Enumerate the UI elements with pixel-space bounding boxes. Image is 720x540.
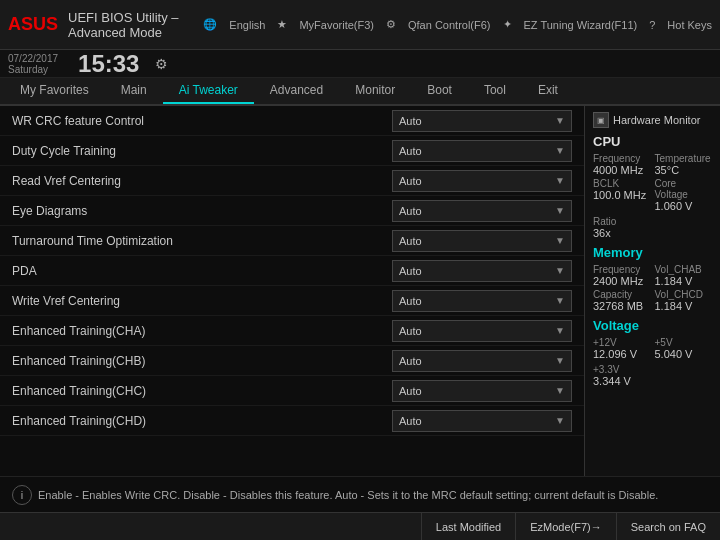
v33-row: +3.3V 3.344 V [593,364,712,387]
enhanced-cha-dropdown[interactable]: Auto▼ [392,320,572,342]
cpu-bclk-label: BCLK [593,178,651,189]
question-icon: ? [649,19,655,31]
tab-monitor[interactable]: Monitor [339,78,411,104]
tab-my-favorites[interactable]: My Favorites [4,78,105,104]
topbar: ASUS UEFI BIOS Utility – Advanced Mode 🌐… [0,0,720,50]
v12-value: 12.096 V [593,348,651,360]
enhanced-cha-label: Enhanced Training(CHA) [12,324,392,338]
my-favorites-label[interactable]: MyFavorite(F3) [299,19,374,31]
memory-section-title: Memory [593,245,712,260]
info-bar: i Enable - Enables Write CRC. Disable - … [0,476,720,512]
mem-vol-chcd-value: 1.184 V [655,300,713,312]
duty-cycle-dropdown[interactable]: Auto▼ [392,140,572,162]
topbar-right: 🌐 English ★ MyFavorite(F3) ⚙ Qfan Contro… [203,18,712,31]
fan-icon: ⚙ [386,18,396,31]
write-vref-label: Write Vref Centering [12,294,392,308]
settings-panel: WR CRC feature Control Auto▼ Duty Cycle … [0,106,585,476]
time-display: 15:33 [78,50,139,78]
read-vref-label: Read Vref Centering [12,174,392,188]
cpu-ratio-value: 36x [593,227,712,239]
hot-keys-label[interactable]: Hot Keys [667,19,712,31]
footer-buttons: Last Modified EzMode(F7)→ Search on FAQ [0,513,720,541]
infobar: 07/22/2017 Saturday 15:33 ⚙ [0,50,720,78]
v33-value: 3.344 V [593,375,712,387]
mem-vol-chab-value: 1.184 V [655,275,713,287]
setting-turnaround: Turnaround Time Optimization Auto▼ [0,226,584,256]
language-label[interactable]: English [229,19,265,31]
setting-enhanced-cha: Enhanced Training(CHA) Auto▼ [0,316,584,346]
wr-crc-dropdown[interactable]: Auto▼ [392,110,572,132]
cpu-core-voltage-value: 1.060 V [655,200,713,212]
cpu-freq-label: Frequency [593,153,651,164]
voltage-section-title: Voltage [593,318,712,333]
search-faq-button[interactable]: Search on FAQ [616,513,720,541]
cpu-ratio-row: Ratio 36x [593,216,712,239]
hardware-monitor-panel: ▣ Hardware Monitor CPU Frequency 4000 MH… [585,106,720,476]
tab-exit[interactable]: Exit [522,78,574,104]
mem-capacity-label: Capacity [593,289,651,300]
turnaround-dropdown[interactable]: Auto▼ [392,230,572,252]
settings-gear-icon[interactable]: ⚙ [155,56,168,72]
setting-read-vref: Read Vref Centering Auto▼ [0,166,584,196]
tab-boot[interactable]: Boot [411,78,468,104]
duty-cycle-label: Duty Cycle Training [12,144,392,158]
enhanced-chb-label: Enhanced Training(CHB) [12,354,392,368]
mem-vol-chcd-label: Vol_CHCD [655,289,713,300]
date-display: 07/22/2017 [8,53,58,64]
cpu-core-voltage-label: Core Voltage [655,178,713,200]
mem-freq-label: Frequency [593,264,651,275]
mem-vol-chab-label: Vol_CHAB [655,264,713,275]
cpu-freq-value: 4000 MHz [593,164,651,176]
favorites-icon: ★ [277,18,287,31]
tab-ai-tweaker[interactable]: Ai Tweaker [163,78,254,104]
wand-icon: ✦ [503,18,512,31]
footer: Last Modified EzMode(F7)→ Search on FAQ [0,512,720,540]
v5-value: 5.040 V [655,348,713,360]
setting-pda: PDA Auto▼ [0,256,584,286]
turnaround-label: Turnaround Time Optimization [12,234,392,248]
v12-label: +12V [593,337,651,348]
nav-tabs: My Favorites Main Ai Tweaker Advanced Mo… [0,78,720,106]
enhanced-chc-label: Enhanced Training(CHC) [12,384,392,398]
qfan-label[interactable]: Qfan Control(F6) [408,19,491,31]
setting-write-vref: Write Vref Centering Auto▼ [0,286,584,316]
read-vref-dropdown[interactable]: Auto▼ [392,170,572,192]
enhanced-chb-dropdown[interactable]: Auto▼ [392,350,572,372]
hw-monitor-title: Hardware Monitor [613,114,700,126]
info-text: Enable - Enables Write CRC. Disable - Di… [38,489,658,501]
v5-label: +5V [655,337,713,348]
tab-advanced[interactable]: Advanced [254,78,339,104]
voltage-grid: +12V 12.096 V +5V 5.040 V [593,337,712,360]
mem-freq-value: 2400 MHz [593,275,651,287]
ez-tuning-label[interactable]: EZ Tuning Wizard(F11) [524,19,638,31]
cpu-grid: Frequency 4000 MHz Temperature 35°C BCLK… [593,153,712,212]
eye-diagrams-dropdown[interactable]: Auto▼ [392,200,572,222]
hw-monitor-header: ▣ Hardware Monitor [593,112,712,128]
tab-main[interactable]: Main [105,78,163,104]
cpu-bclk-value: 100.0 MHz [593,189,651,201]
tab-tool[interactable]: Tool [468,78,522,104]
cpu-temp-value: 35°C [655,164,713,176]
enhanced-chd-dropdown[interactable]: Auto▼ [392,410,572,432]
setting-enhanced-chd: Enhanced Training(CHD) Auto▼ [0,406,584,436]
ez-mode-button[interactable]: EzMode(F7)→ [515,513,616,541]
enhanced-chc-dropdown[interactable]: Auto▼ [392,380,572,402]
pda-label: PDA [12,264,392,278]
day-display: Saturday [8,64,58,75]
setting-wr-crc: WR CRC feature Control Auto▼ [0,106,584,136]
cpu-section-title: CPU [593,134,712,149]
wr-crc-label: WR CRC feature Control [12,114,392,128]
bios-title: UEFI BIOS Utility – Advanced Mode [68,10,203,40]
pda-dropdown[interactable]: Auto▼ [392,260,572,282]
cpu-temp-label: Temperature [655,153,713,164]
setting-enhanced-chb: Enhanced Training(CHB) Auto▼ [0,346,584,376]
globe-icon: 🌐 [203,18,217,31]
setting-eye-diagrams: Eye Diagrams Auto▼ [0,196,584,226]
info-icon: i [12,485,32,505]
v33-label: +3.3V [593,364,712,375]
memory-grid: Frequency 2400 MHz Vol_CHAB 1.184 V Capa… [593,264,712,312]
eye-diagrams-label: Eye Diagrams [12,204,392,218]
write-vref-dropdown[interactable]: Auto▼ [392,290,572,312]
asus-logo: ASUS [8,14,58,35]
last-modified-button[interactable]: Last Modified [421,513,515,541]
